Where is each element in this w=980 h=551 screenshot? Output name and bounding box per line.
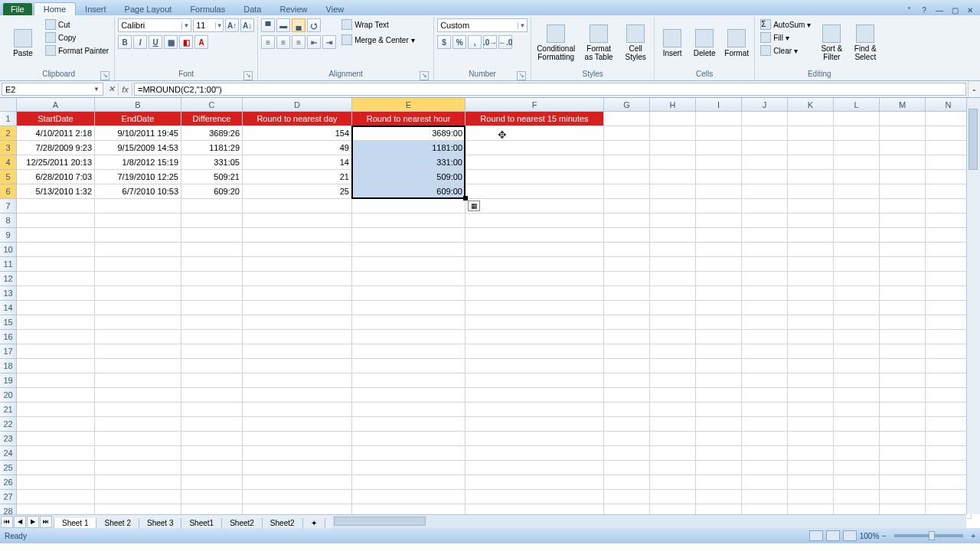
zoom-level[interactable]: 100% xyxy=(860,532,880,540)
name-box[interactable]: E2▼ xyxy=(2,83,103,96)
row-header-11[interactable]: 11 xyxy=(0,257,17,272)
cell[interactable] xyxy=(650,403,696,417)
cell[interactable] xyxy=(243,301,352,315)
cell[interactable] xyxy=(926,446,972,461)
minimize-ribbon-icon[interactable]: ˅ xyxy=(903,5,914,15)
cell[interactable] xyxy=(880,344,926,359)
cell[interactable] xyxy=(834,490,880,504)
cell-styles-button[interactable]: Cell Styles xyxy=(620,18,651,67)
cell[interactable] xyxy=(742,461,788,475)
cell[interactable] xyxy=(696,388,742,403)
cell[interactable] xyxy=(466,272,604,286)
column-header-A[interactable]: A xyxy=(17,98,95,112)
cell[interactable] xyxy=(181,272,243,286)
cell[interactable]: Round to nearest hour xyxy=(352,112,466,126)
cell[interactable] xyxy=(788,155,834,170)
cell[interactable] xyxy=(834,214,880,228)
cell[interactable] xyxy=(95,272,181,286)
cell[interactable] xyxy=(352,461,466,475)
cell[interactable] xyxy=(926,344,972,359)
cell[interactable] xyxy=(181,315,243,330)
cell[interactable] xyxy=(466,446,604,461)
cell[interactable] xyxy=(880,112,926,126)
cell[interactable] xyxy=(17,373,95,388)
cell[interactable] xyxy=(880,126,926,141)
cell[interactable] xyxy=(604,373,650,388)
column-header-F[interactable]: F xyxy=(466,98,604,112)
cell[interactable] xyxy=(181,330,243,344)
cell[interactable] xyxy=(95,228,181,243)
cell[interactable] xyxy=(466,301,604,315)
cell[interactable] xyxy=(181,446,243,461)
cell[interactable] xyxy=(926,199,972,214)
cell[interactable] xyxy=(926,490,972,504)
row-header-19[interactable]: 19 xyxy=(0,373,17,388)
cell[interactable] xyxy=(696,170,742,184)
cell[interactable] xyxy=(788,446,834,461)
cell[interactable] xyxy=(742,126,788,141)
cell[interactable] xyxy=(650,214,696,228)
cell[interactable] xyxy=(696,373,742,388)
insert-cells-button[interactable]: Insert xyxy=(658,18,687,67)
cell[interactable] xyxy=(17,228,95,243)
cell[interactable] xyxy=(834,315,880,330)
cell[interactable]: Round to nearest day xyxy=(243,112,352,126)
cell[interactable] xyxy=(696,475,742,490)
cell[interactable] xyxy=(696,344,742,359)
cell[interactable] xyxy=(466,155,604,170)
cell[interactable] xyxy=(352,330,466,344)
cell[interactable] xyxy=(352,359,466,373)
cell[interactable]: StartDate xyxy=(17,112,95,126)
cell[interactable] xyxy=(696,461,742,475)
cell[interactable] xyxy=(650,344,696,359)
cell[interactable] xyxy=(181,490,243,504)
cell[interactable] xyxy=(604,272,650,286)
cell[interactable] xyxy=(95,461,181,475)
cell[interactable] xyxy=(880,199,926,214)
cell[interactable] xyxy=(17,446,95,461)
cell[interactable] xyxy=(926,228,972,243)
cell[interactable] xyxy=(650,170,696,184)
cell[interactable]: 49 xyxy=(243,141,352,155)
cell[interactable] xyxy=(181,432,243,446)
cell[interactable] xyxy=(696,199,742,214)
cell[interactable] xyxy=(352,315,466,330)
cell[interactable] xyxy=(352,403,466,417)
cell[interactable] xyxy=(604,286,650,301)
cell[interactable] xyxy=(880,417,926,432)
font-name-combo[interactable]: ▼ xyxy=(118,18,191,32)
cell[interactable] xyxy=(650,199,696,214)
sheet-tab[interactable]: Sheet2 xyxy=(221,518,263,528)
cell[interactable] xyxy=(926,214,972,228)
cell[interactable] xyxy=(95,286,181,301)
fill-button[interactable]: Fill ▾ xyxy=(758,31,813,44)
cell[interactable]: 4/10/2011 2:18 xyxy=(17,126,95,141)
cell[interactable] xyxy=(880,461,926,475)
cell[interactable] xyxy=(17,243,95,257)
cell[interactable] xyxy=(926,417,972,432)
cell[interactable] xyxy=(95,446,181,461)
column-header-D[interactable]: D xyxy=(243,98,352,112)
cell[interactable] xyxy=(926,112,972,126)
cell[interactable] xyxy=(880,272,926,286)
cell[interactable] xyxy=(181,373,243,388)
zoom-out-button[interactable]: − xyxy=(882,532,887,540)
cell[interactable] xyxy=(650,388,696,403)
cell[interactable] xyxy=(181,417,243,432)
cell[interactable] xyxy=(742,155,788,170)
cell[interactable] xyxy=(181,344,243,359)
cell[interactable] xyxy=(352,373,466,388)
cell[interactable] xyxy=(181,461,243,475)
cell[interactable] xyxy=(788,373,834,388)
cell[interactable] xyxy=(696,257,742,272)
comma-button[interactable]: , xyxy=(468,35,482,49)
row-header-21[interactable]: 21 xyxy=(0,403,17,417)
row-header-12[interactable]: 12 xyxy=(0,272,17,286)
cell[interactable] xyxy=(696,403,742,417)
cell[interactable] xyxy=(17,214,95,228)
cell[interactable]: 9/10/2011 19:45 xyxy=(95,126,181,141)
cell[interactable] xyxy=(926,475,972,490)
cell[interactable] xyxy=(742,373,788,388)
cell[interactable] xyxy=(95,388,181,403)
cell[interactable] xyxy=(742,432,788,446)
